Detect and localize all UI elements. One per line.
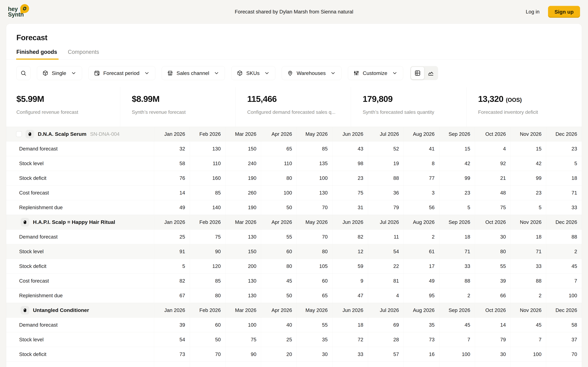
- value-cell: 45: [510, 318, 546, 332]
- value-cell: 110: [190, 156, 225, 171]
- sliders-icon: [353, 70, 359, 76]
- table-view-segment[interactable]: [411, 67, 424, 79]
- month-header-cell: May 2026: [297, 215, 332, 229]
- value-cell: 32: [154, 142, 190, 156]
- value-cell: 11: [368, 230, 404, 244]
- metric-row-demand-forecast: Demand forecast 321301506585435241154152…: [6, 141, 582, 156]
- value-cell: 42: [510, 156, 546, 171]
- chevron-down-icon: [144, 70, 150, 76]
- value-cell: 65: [297, 288, 332, 303]
- table-icon: [414, 70, 421, 76]
- value-cell: 2: [546, 244, 582, 259]
- kpi-label: Configured revenue forecast: [16, 109, 114, 115]
- metric-row-stock-deficit: Stock deficit 76160190801002388779921991…: [6, 171, 582, 185]
- value-cell: 31: [332, 200, 368, 215]
- value-cell: 39: [475, 274, 510, 288]
- single-filter-button[interactable]: Single: [37, 66, 82, 80]
- product-checkbox[interactable]: [16, 131, 22, 137]
- value-cell: [154, 362, 190, 367]
- month-header-cell: Mar 2026: [225, 127, 261, 141]
- forecast-period-filter-button[interactable]: Forecast period: [88, 66, 155, 80]
- product-name: D.N.A. Scalp Serum: [38, 131, 86, 137]
- value-cell: 59: [332, 259, 368, 273]
- product-label-cell[interactable]: H.A.P.I. Scalp = Happy Hair Ritual: [6, 215, 154, 229]
- search-button[interactable]: [16, 66, 30, 80]
- value-cell: 73: [154, 347, 190, 361]
- chart-view-segment[interactable]: [424, 67, 437, 79]
- product-label-cell[interactable]: D.N.A. Scalp Serum SN-DNA-004: [6, 127, 154, 141]
- tab-components[interactable]: Components: [68, 49, 99, 59]
- value-cell: 20: [261, 347, 297, 361]
- value-cell: 130: [190, 142, 225, 156]
- metric-label: Demand forecast: [6, 142, 154, 156]
- value-cell: 18: [332, 318, 368, 332]
- value-cell: 7: [546, 274, 582, 288]
- value-cell: 15: [439, 142, 475, 156]
- metric-row-stock-deficit: Stock deficit 73709020303357161003010070: [6, 347, 582, 361]
- value-cell: 105: [297, 259, 332, 273]
- value-cell: 2: [404, 230, 439, 244]
- value-cell: [190, 362, 225, 367]
- value-cell: 40: [261, 318, 297, 332]
- skus-filter-button[interactable]: SKUs: [231, 66, 275, 80]
- month-header-cell: Apr 2026: [261, 127, 297, 141]
- chevron-down-icon: [214, 70, 220, 76]
- value-cell: 18: [546, 171, 582, 185]
- kpi-synth-s-forecasted-sales-quantity: 179,809 Synth’s forecasted sales quantit…: [351, 87, 466, 127]
- value-cell: [297, 362, 332, 367]
- month-header-cell: Oct 2026: [475, 303, 510, 317]
- value-cell: 45: [261, 274, 297, 288]
- value-cell: 52: [368, 142, 404, 156]
- value-cell: 100: [225, 318, 261, 332]
- month-header-cell: Nov 2026: [510, 303, 546, 317]
- value-cell: 140: [190, 200, 225, 215]
- value-cell: 49: [404, 274, 439, 288]
- value-cell: [404, 362, 439, 367]
- value-cell: 85: [297, 142, 332, 156]
- value-cell: 14: [154, 185, 190, 200]
- value-cell: 2: [439, 288, 475, 303]
- sign-up-button[interactable]: Sign up: [548, 6, 580, 18]
- warehouses-filter-button[interactable]: Warehouses: [282, 66, 341, 80]
- value-cell: 47: [332, 288, 368, 303]
- month-header-cell: Mar 2026: [225, 303, 261, 317]
- product-cube-icon: [21, 306, 29, 315]
- value-cell: 30: [475, 230, 510, 244]
- kpi-value: 115,466: [247, 94, 345, 104]
- value-cell: 36: [368, 185, 404, 200]
- metric-label: Stock deficit: [6, 171, 154, 185]
- value-cell: 130: [225, 288, 261, 303]
- value-cell: 70: [297, 200, 332, 215]
- value-cell: 55: [475, 259, 510, 273]
- month-header-cell: Feb 2026: [190, 303, 225, 317]
- tab-label: Finished goods: [16, 49, 57, 55]
- metric-label: Cost forecast: [6, 185, 154, 200]
- value-cell: 190: [225, 171, 261, 185]
- value-cell: 5: [510, 200, 546, 215]
- value-cell: 69: [368, 318, 404, 332]
- product-label-cell[interactable]: Untangled Conditioner: [6, 303, 154, 317]
- customize-filter-button[interactable]: Customize: [348, 66, 403, 80]
- topbar: hey Synth Forecast shared by Dylan Marsh…: [0, 0, 588, 24]
- tab-finished-goods[interactable]: Finished goods: [16, 49, 57, 59]
- value-cell: 75: [332, 185, 368, 200]
- value-cell: 99: [439, 171, 475, 185]
- metric-label: Replenishment due: [6, 200, 154, 215]
- value-cell: 75: [190, 230, 225, 244]
- value-cell: 150: [225, 244, 261, 259]
- value-cell: 260: [225, 185, 261, 200]
- kpi-label: Synth’s forecasted sales quantity: [363, 109, 460, 115]
- value-cell: 23: [510, 185, 546, 200]
- sales-channel-filter-button[interactable]: Sales channel: [162, 66, 225, 80]
- month-header-cell: Jun 2026: [332, 127, 368, 141]
- store-icon: [167, 70, 173, 76]
- value-cell: 41: [404, 142, 439, 156]
- log-in-link[interactable]: Log in: [526, 9, 539, 15]
- month-header-cell: Mar 2026: [225, 215, 261, 229]
- month-header-cell: Jun 2026: [332, 303, 368, 317]
- value-cell: [475, 362, 510, 367]
- metric-row-stock-deficit: Stock deficit 51202008010559221733553345: [6, 259, 582, 273]
- partial-row: [6, 361, 582, 367]
- product-row-h-a-p-i-scalp-happy-hair-ritual: H.A.P.I. Scalp = Happy Hair Ritual Jan 2…: [6, 215, 582, 229]
- filter-buttons: Single Forecast period Sales channel SKU…: [37, 66, 403, 80]
